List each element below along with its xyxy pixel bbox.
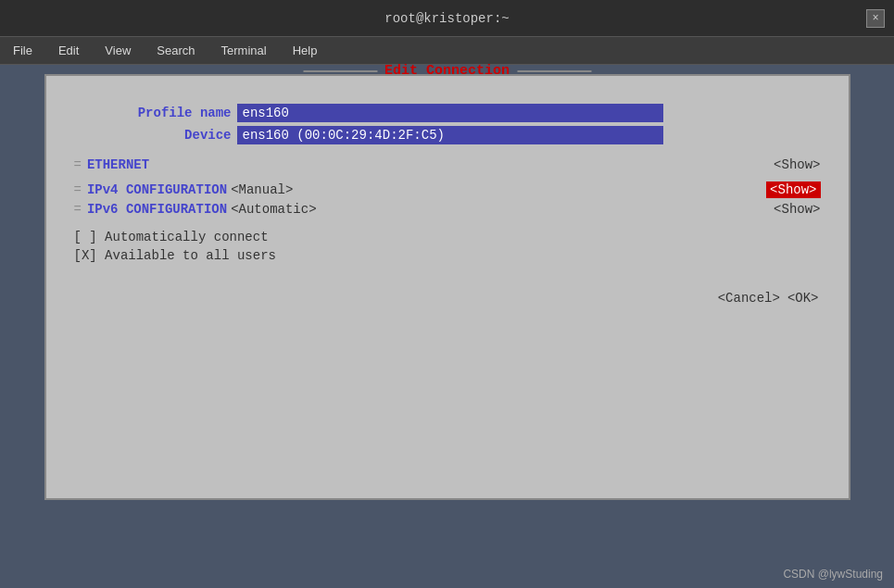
menu-bar: File Edit View Search Terminal Help xyxy=(0,37,894,65)
ethernet-label: ETHERNET xyxy=(87,157,149,172)
menu-help[interactable]: Help xyxy=(287,42,323,59)
dialog-buttons: <Cancel> <OK> xyxy=(74,291,821,306)
ipv4-label: IPv4 CONFIGURATION xyxy=(87,182,227,197)
watermark: CSDN @lywStuding xyxy=(783,568,883,581)
ipv4-value: <Manual> xyxy=(231,182,293,197)
profile-name-value[interactable]: ens160 xyxy=(237,104,663,122)
ipv6-section-row: = IPv6 CONFIGURATION <Automatic> <Show> xyxy=(74,202,821,217)
title-line-left xyxy=(303,70,377,72)
profile-name-row: Profile name ens160 xyxy=(74,104,821,122)
form-section: Profile name ens160 Device ens160 (00:0C… xyxy=(74,104,821,144)
device-value[interactable]: ens160 (00:0C:29:4D:2F:C5) xyxy=(237,126,663,144)
ipv4-equals: = xyxy=(74,182,82,197)
edit-connection-dialog: Edit Connection Profile name ens160 Devi… xyxy=(44,74,850,500)
menu-edit[interactable]: Edit xyxy=(53,42,84,59)
device-label: Device xyxy=(74,128,232,143)
menu-file[interactable]: File xyxy=(7,42,38,59)
dialog-title-bar: Edit Connection xyxy=(303,63,591,79)
close-button[interactable]: × xyxy=(866,9,885,28)
ethernet-show[interactable]: <Show> xyxy=(774,157,820,172)
profile-name-label: Profile name xyxy=(74,106,232,120)
ipv6-equals: = xyxy=(74,202,82,217)
cancel-button[interactable]: <Cancel> xyxy=(716,291,782,306)
ipv4-section-row: = IPv4 CONFIGURATION <Manual> <Show> xyxy=(74,181,821,198)
terminal-area: Edit Connection Profile name ens160 Devi… xyxy=(0,65,894,588)
menu-search[interactable]: Search xyxy=(151,42,200,59)
title-bar: root@kristoper:~ × xyxy=(0,0,894,37)
available-users-row: [X] Available to all users xyxy=(74,248,821,263)
device-row: Device ens160 (00:0C:29:4D:2F:C5) xyxy=(74,126,821,144)
available-users-label[interactable]: [X] Available to all users xyxy=(74,248,276,263)
auto-connect-row: [ ] Automatically connect xyxy=(74,230,821,244)
menu-view[interactable]: View xyxy=(99,42,136,59)
ethernet-section-row: = ETHERNET <Show> xyxy=(74,157,821,172)
menu-terminal[interactable]: Terminal xyxy=(216,42,272,59)
window-title: root@kristoper:~ xyxy=(384,11,509,26)
ethernet-equals: = xyxy=(74,157,82,172)
title-line-right xyxy=(517,70,591,72)
ipv6-value: <Automatic> xyxy=(231,202,316,217)
dialog-title: Edit Connection xyxy=(377,63,517,79)
ok-button[interactable]: <OK> xyxy=(786,291,821,306)
ipv6-label: IPv6 CONFIGURATION xyxy=(87,202,227,217)
auto-connect-label[interactable]: [ ] Automatically connect xyxy=(74,230,269,244)
ipv4-show[interactable]: <Show> xyxy=(766,181,820,198)
ipv6-show[interactable]: <Show> xyxy=(774,202,820,217)
